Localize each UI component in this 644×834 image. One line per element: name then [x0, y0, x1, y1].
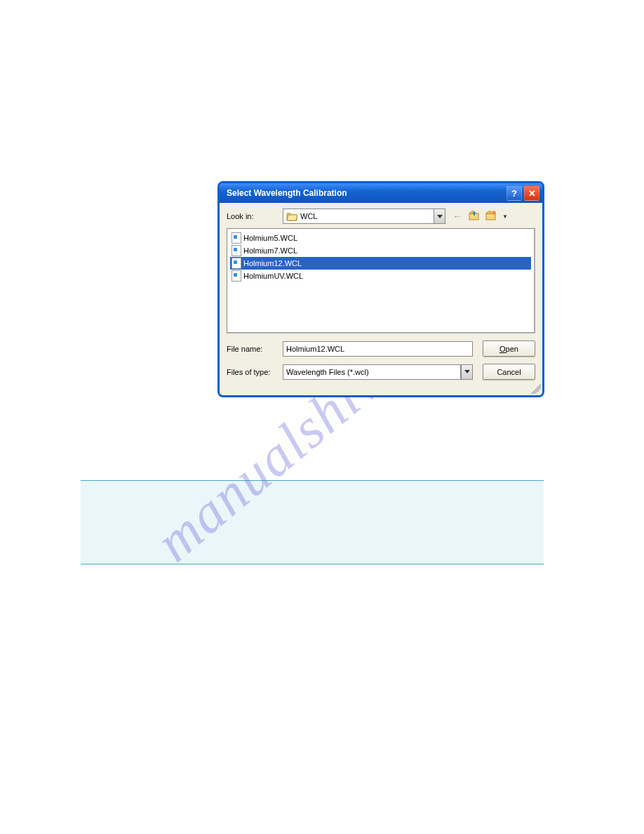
files-of-type-combo[interactable]: Wavelength Files (*.wcl) — [283, 364, 461, 380]
look-in-label: Look in: — [227, 212, 283, 220]
file-item[interactable]: Holmium5.WCL — [230, 232, 531, 244]
file-icon — [232, 232, 241, 244]
help-button[interactable]: ? — [507, 185, 522, 201]
back-arrow-icon[interactable]: ← — [451, 211, 464, 222]
file-name-label: File name: — [227, 345, 283, 353]
files-of-type-dropdown-button[interactable] — [461, 364, 473, 380]
file-name-input[interactable] — [283, 341, 473, 357]
titlebar[interactable]: Select Wavelength Calibration ? ✕ — [220, 183, 542, 203]
file-item[interactable]: HolmiumUV.WCL — [230, 270, 531, 282]
files-of-type-label: Files of type: — [227, 368, 283, 376]
note-highlight-box — [81, 480, 544, 564]
dialog-title: Select Wavelength Calibration — [227, 188, 504, 198]
look-in-dropdown-button[interactable] — [434, 208, 445, 224]
folder-open-icon — [286, 211, 297, 221]
file-icon — [232, 270, 241, 282]
close-button[interactable]: ✕ — [524, 185, 539, 201]
cancel-button[interactable]: Cancel — [483, 364, 535, 380]
file-icon — [232, 245, 241, 256]
view-menu-icon[interactable]: ▼ — [502, 213, 508, 220]
open-button[interactable]: Open — [483, 340, 535, 357]
file-name: HolmiumUV.WCL — [243, 272, 303, 280]
new-folder-icon[interactable] — [485, 209, 497, 223]
files-of-type-value: Wavelength Files (*.wcl) — [286, 368, 369, 376]
file-item[interactable]: Holmium7.WCL — [230, 244, 531, 257]
file-name: Holmium5.WCL — [243, 234, 297, 242]
up-folder-icon[interactable] — [468, 209, 481, 223]
file-item[interactable]: Holmium12.WCL — [230, 257, 531, 270]
file-icon — [232, 258, 241, 269]
file-list[interactable]: Holmium5.WCL Holmium7.WCL Holmium12.WCL … — [227, 228, 535, 333]
file-open-dialog: Select Wavelength Calibration ? ✕ Look i… — [217, 181, 544, 397]
file-name: Holmium7.WCL — [243, 246, 297, 255]
resize-grip[interactable] — [531, 384, 541, 394]
file-name: Holmium12.WCL — [243, 259, 302, 267]
look-in-combo[interactable]: WCL — [283, 208, 434, 224]
look-in-value: WCL — [300, 212, 317, 220]
